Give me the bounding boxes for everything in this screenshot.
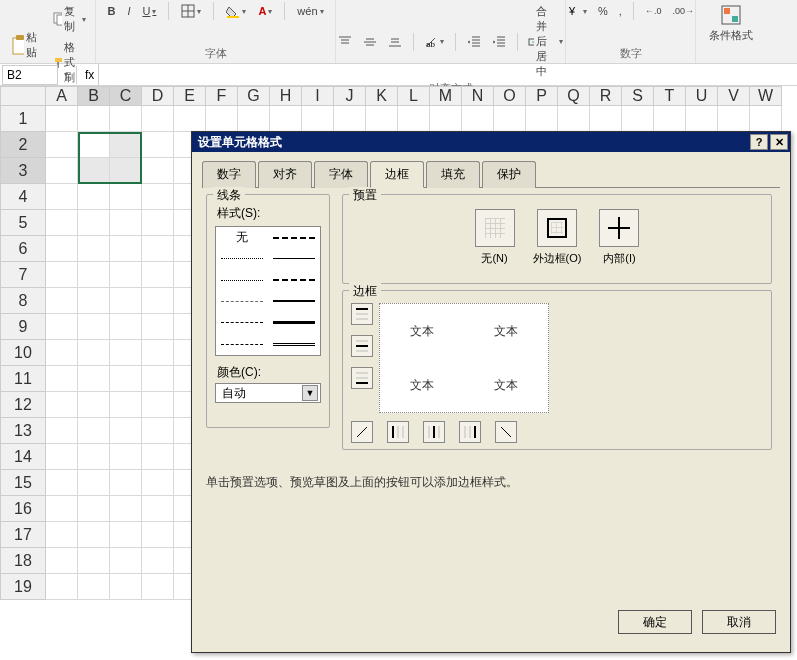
cell-D2[interactable]: [142, 132, 174, 158]
border-diag-up-button[interactable]: [351, 421, 373, 443]
col-header-F[interactable]: F: [206, 86, 238, 106]
cell-B10[interactable]: [78, 340, 110, 366]
cell-B14[interactable]: [78, 444, 110, 470]
row-header-18[interactable]: 18: [0, 548, 46, 574]
style-dashdotdot[interactable]: [216, 291, 268, 312]
col-header-N[interactable]: N: [462, 86, 494, 106]
preset-outline-button[interactable]: [537, 209, 577, 247]
cell-D10[interactable]: [142, 340, 174, 366]
cell-C15[interactable]: [110, 470, 142, 496]
border-right-button[interactable]: [459, 421, 481, 443]
cell-D19[interactable]: [142, 574, 174, 600]
cell-A3[interactable]: [46, 158, 78, 184]
cell-A1[interactable]: [46, 106, 78, 132]
cell-E1[interactable]: [174, 106, 206, 132]
cell-D9[interactable]: [142, 314, 174, 340]
cell-B12[interactable]: [78, 392, 110, 418]
style-double[interactable]: [268, 334, 320, 355]
cell-B19[interactable]: [78, 574, 110, 600]
cell-C5[interactable]: [110, 210, 142, 236]
preset-inside-button[interactable]: [599, 209, 639, 247]
style-dash[interactable]: [216, 334, 268, 355]
row-header-9[interactable]: 9: [0, 314, 46, 340]
row-header-11[interactable]: 11: [0, 366, 46, 392]
ok-button[interactable]: 确定: [618, 610, 692, 634]
cell-C9[interactable]: [110, 314, 142, 340]
cell-C11[interactable]: [110, 366, 142, 392]
col-header-E[interactable]: E: [174, 86, 206, 106]
help-button[interactable]: ?: [750, 134, 768, 150]
col-header-S[interactable]: S: [622, 86, 654, 106]
col-header-D[interactable]: D: [142, 86, 174, 106]
border-bottom-button[interactable]: [351, 367, 373, 389]
cell-B16[interactable]: [78, 496, 110, 522]
style-medium-dash[interactable]: [268, 270, 320, 291]
border-preview[interactable]: 文本 文本 文本 文本: [379, 303, 549, 413]
dec-inc-button[interactable]: ←.0: [641, 4, 666, 18]
cell-W1[interactable]: [750, 106, 782, 132]
cell-C1[interactable]: [110, 106, 142, 132]
cell-C14[interactable]: [110, 444, 142, 470]
border-hmid-button[interactable]: [351, 335, 373, 357]
style-medium[interactable]: [268, 291, 320, 312]
cell-Q1[interactable]: [558, 106, 590, 132]
row-header-16[interactable]: 16: [0, 496, 46, 522]
select-all-corner[interactable]: [0, 86, 46, 106]
cell-D1[interactable]: [142, 106, 174, 132]
border-button[interactable]: ▾: [177, 2, 205, 20]
style-hair[interactable]: [216, 248, 268, 269]
col-header-B[interactable]: B: [78, 86, 110, 106]
cell-D13[interactable]: [142, 418, 174, 444]
cell-D15[interactable]: [142, 470, 174, 496]
cell-D17[interactable]: [142, 522, 174, 548]
fx-button[interactable]: fx: [81, 66, 98, 84]
tab-protect[interactable]: 保护: [482, 161, 536, 188]
close-button[interactable]: ✕: [770, 134, 788, 150]
row-header-4[interactable]: 4: [0, 184, 46, 210]
col-header-H[interactable]: H: [270, 86, 302, 106]
align-bottom-button[interactable]: [384, 33, 406, 51]
cell-A18[interactable]: [46, 548, 78, 574]
col-header-W[interactable]: W: [750, 86, 782, 106]
cell-B4[interactable]: [78, 184, 110, 210]
cell-C4[interactable]: [110, 184, 142, 210]
col-header-R[interactable]: R: [590, 86, 622, 106]
row-header-7[interactable]: 7: [0, 262, 46, 288]
cell-C18[interactable]: [110, 548, 142, 574]
paste-button[interactable]: 粘贴: [6, 28, 47, 62]
cell-D6[interactable]: [142, 236, 174, 262]
col-header-P[interactable]: P: [526, 86, 558, 106]
cell-B3[interactable]: [78, 158, 110, 184]
col-header-V[interactable]: V: [718, 86, 750, 106]
cell-N1[interactable]: [462, 106, 494, 132]
cell-V1[interactable]: [718, 106, 750, 132]
row-header-19[interactable]: 19: [0, 574, 46, 600]
style-medium-dashdot[interactable]: [268, 227, 320, 248]
cell-B9[interactable]: [78, 314, 110, 340]
border-left-button[interactable]: [387, 421, 409, 443]
style-thick[interactable]: [268, 312, 320, 333]
italic-button[interactable]: I: [123, 3, 134, 19]
cell-D3[interactable]: [142, 158, 174, 184]
cell-S1[interactable]: [622, 106, 654, 132]
cell-B13[interactable]: [78, 418, 110, 444]
cell-A10[interactable]: [46, 340, 78, 366]
cell-D11[interactable]: [142, 366, 174, 392]
cell-P1[interactable]: [526, 106, 558, 132]
cell-B6[interactable]: [78, 236, 110, 262]
cell-H1[interactable]: [270, 106, 302, 132]
col-header-I[interactable]: I: [302, 86, 334, 106]
cell-D7[interactable]: [142, 262, 174, 288]
line-style-list[interactable]: 无: [215, 226, 321, 356]
cell-A9[interactable]: [46, 314, 78, 340]
bold-button[interactable]: B: [103, 3, 119, 19]
tab-border[interactable]: 边框: [370, 161, 424, 188]
row-header-1[interactable]: 1: [0, 106, 46, 132]
cell-A11[interactable]: [46, 366, 78, 392]
col-header-J[interactable]: J: [334, 86, 366, 106]
cell-J1[interactable]: [334, 106, 366, 132]
cell-A8[interactable]: [46, 288, 78, 314]
tab-align[interactable]: 对齐: [258, 161, 312, 188]
accounting-button[interactable]: ¥▾: [563, 2, 591, 20]
cell-B2[interactable]: [78, 132, 110, 158]
